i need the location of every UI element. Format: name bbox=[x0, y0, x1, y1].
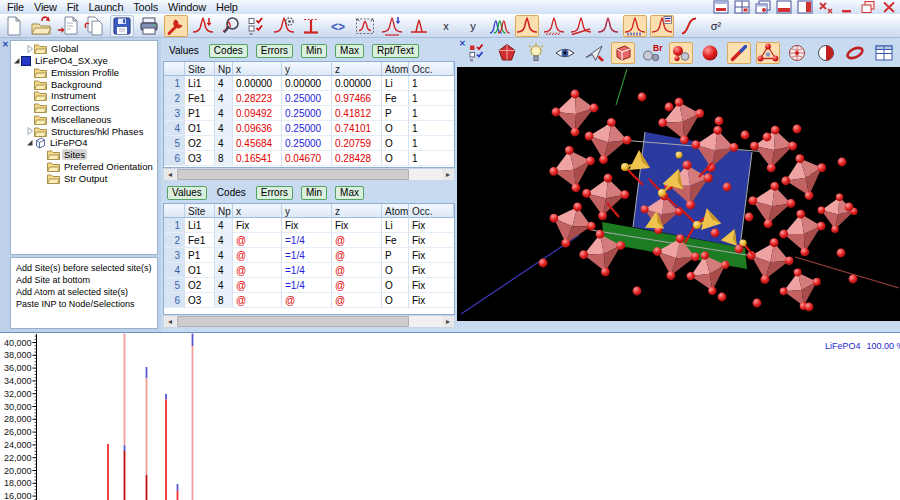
tab-min[interactable]: Min bbox=[301, 44, 327, 58]
cell-occ[interactable]: 1 bbox=[409, 106, 454, 121]
column-header-site[interactable]: Site bbox=[185, 204, 215, 218]
y-axis-button[interactable]: y bbox=[461, 15, 485, 37]
tree-item-structures-hkl-phases[interactable]: Structures/hkl Phases bbox=[11, 125, 157, 137]
close-viewer-icon[interactable]: ✕ bbox=[459, 40, 466, 48]
row-number[interactable]: 5 bbox=[164, 278, 185, 293]
cell-occ[interactable]: Fix bbox=[409, 233, 454, 248]
menu-item-file[interactable]: File bbox=[2, 0, 29, 14]
polyhedra-button[interactable] bbox=[495, 42, 519, 64]
expanded-arrow-icon[interactable] bbox=[25, 139, 34, 147]
tree-item-background[interactable]: Background bbox=[11, 78, 157, 90]
send-to-gui-button[interactable] bbox=[582, 42, 606, 64]
menu-item-fit[interactable]: Fit bbox=[62, 0, 84, 14]
action-paste-inp-to-node-selections[interactable]: Paste INP to Node/Selections bbox=[16, 299, 157, 311]
tree-item-preferred-orientation[interactable]: Preferred Orientation bbox=[11, 161, 157, 173]
cell-np[interactable]: 4 bbox=[215, 106, 233, 121]
row-number[interactable]: 4 bbox=[164, 121, 185, 136]
cell-y[interactable]: 0.25000 bbox=[282, 91, 332, 106]
cell-x[interactable]: @ bbox=[233, 293, 282, 308]
cell-x[interactable]: 0.00000 bbox=[233, 76, 282, 91]
cell-occ[interactable]: 1 bbox=[409, 91, 454, 106]
cell-occ[interactable]: Fix bbox=[409, 248, 454, 263]
cell-np[interactable]: 8 bbox=[215, 293, 233, 308]
open-file-button[interactable] bbox=[29, 15, 53, 37]
cell-z[interactable]: @ bbox=[332, 263, 382, 278]
cascade-windows-button[interactable] bbox=[755, 0, 771, 14]
view-eye-button[interactable] bbox=[553, 42, 577, 64]
cell-atom[interactable]: Li bbox=[382, 76, 409, 91]
cell-site[interactable]: O1 bbox=[185, 121, 215, 136]
cell-z[interactable]: @ bbox=[332, 233, 382, 248]
tab-errors[interactable]: Errors bbox=[256, 186, 293, 200]
column-header-z[interactable]: z bbox=[332, 62, 382, 76]
tree-item-miscellaneous[interactable]: Miscellaneous bbox=[11, 114, 157, 126]
cell-x[interactable]: 0.09636 bbox=[233, 121, 282, 136]
cell-site[interactable]: P1 bbox=[185, 248, 215, 263]
collapsed-arrow-icon[interactable] bbox=[25, 127, 34, 135]
cell-y[interactable]: Fix bbox=[282, 218, 332, 233]
checklist-button[interactable] bbox=[245, 15, 269, 37]
scroll-right-arrow[interactable]: ▸ bbox=[442, 169, 454, 180]
sigma-button[interactable]: σ² bbox=[704, 15, 728, 37]
cell-occ[interactable]: 1 bbox=[409, 121, 454, 136]
column-header-np[interactable]: Np bbox=[215, 204, 233, 218]
cell-atom[interactable]: O bbox=[382, 263, 409, 278]
cell-z[interactable]: @ bbox=[332, 278, 382, 293]
tab-max[interactable]: Max bbox=[335, 44, 364, 58]
cell-np[interactable]: 4 bbox=[215, 263, 233, 278]
minimize-button[interactable] bbox=[839, 0, 855, 14]
show-atoms-button[interactable] bbox=[669, 42, 693, 64]
action-add-atom-at-selected-site-s[interactable]: Add Atom at selected site(s) bbox=[16, 287, 157, 299]
cell-z[interactable]: 0.00000 bbox=[332, 76, 382, 91]
column-header-rownum[interactable] bbox=[164, 62, 185, 76]
cell-site[interactable]: O3 bbox=[185, 151, 215, 166]
bond-style-button[interactable] bbox=[843, 42, 867, 64]
cell-np[interactable]: 4 bbox=[215, 248, 233, 263]
cell-y[interactable]: =1/4 bbox=[282, 248, 332, 263]
select-range-button[interactable] bbox=[353, 15, 377, 37]
column-header-atom[interactable]: Atom bbox=[382, 204, 409, 218]
restore-button[interactable] bbox=[860, 0, 876, 14]
cell-y[interactable]: =1/4 bbox=[282, 263, 332, 278]
scroll-left-arrow[interactable]: ◂ bbox=[164, 316, 176, 327]
cell-site[interactable]: O3 bbox=[185, 293, 215, 308]
expanded-arrow-icon[interactable] bbox=[12, 57, 21, 65]
difference-button[interactable] bbox=[542, 15, 566, 37]
column-header-atom[interactable]: Atom bbox=[382, 62, 409, 76]
cell-z[interactable]: 0.41812 bbox=[332, 106, 382, 121]
codes-table-hscrollbar[interactable]: ◂▸ bbox=[163, 315, 455, 328]
values-table-hscrollbar[interactable]: ◂▸ bbox=[163, 168, 455, 181]
cell-np[interactable]: 4 bbox=[215, 121, 233, 136]
cell-x[interactable]: @ bbox=[233, 233, 282, 248]
menu-item-view[interactable]: View bbox=[29, 0, 62, 14]
tab-min[interactable]: Min bbox=[301, 186, 327, 200]
phase-legend-button[interactable] bbox=[650, 15, 674, 37]
lighting-button[interactable] bbox=[524, 42, 548, 64]
tab-rpt-text[interactable]: Rpt/Text bbox=[372, 44, 419, 58]
tab-codes[interactable]: Codes bbox=[215, 186, 248, 200]
cell-occ[interactable]: 1 bbox=[409, 151, 454, 166]
tab-errors[interactable]: Errors bbox=[256, 44, 293, 58]
cell-x[interactable]: 0.16541 bbox=[233, 151, 282, 166]
tree-item-sites[interactable]: Sites bbox=[11, 149, 157, 161]
cell-y[interactable]: =1/4 bbox=[282, 278, 332, 293]
cell-occ[interactable]: Fix bbox=[409, 263, 454, 278]
menu-item-help[interactable]: Help bbox=[211, 0, 243, 14]
column-header-np[interactable]: Np bbox=[215, 62, 233, 76]
cell-np[interactable]: 4 bbox=[215, 278, 233, 293]
cell-np[interactable]: 4 bbox=[215, 91, 233, 106]
x-axis-button[interactable]: x bbox=[434, 15, 458, 37]
cell-occ[interactable]: Fix bbox=[409, 293, 454, 308]
close-panel-icon[interactable]: ✕ bbox=[2, 41, 9, 49]
row-number[interactable]: 5 bbox=[164, 136, 185, 151]
menu-item-tools[interactable]: Tools bbox=[128, 0, 163, 14]
hkl-ticks-button[interactable] bbox=[623, 15, 647, 37]
column-header-x[interactable]: x bbox=[233, 204, 282, 218]
unit-cell-button[interactable] bbox=[611, 42, 635, 64]
cell-site[interactable]: O2 bbox=[185, 278, 215, 293]
cell-site[interactable]: Li1 bbox=[185, 76, 215, 91]
peak-base-button[interactable] bbox=[299, 15, 323, 37]
code-editor-button[interactable]: <> bbox=[326, 15, 350, 37]
cell-y[interactable]: 0.25000 bbox=[282, 106, 332, 121]
cell-np[interactable]: 4 bbox=[215, 233, 233, 248]
